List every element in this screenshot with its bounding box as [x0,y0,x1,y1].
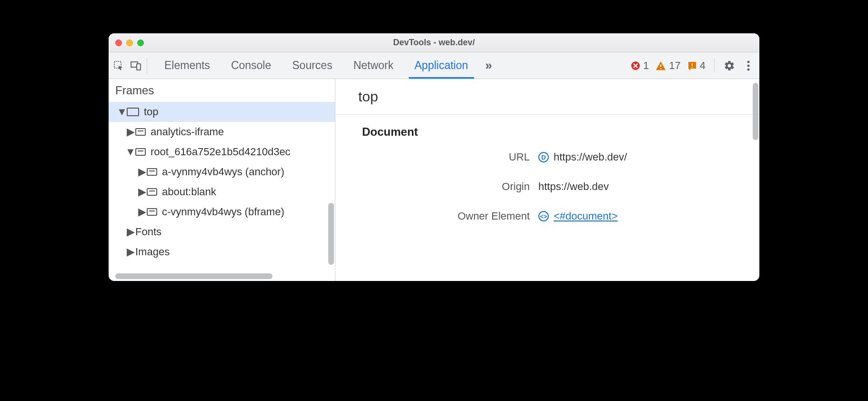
sidebar-vertical-scrollbar[interactable] [328,203,334,265]
iframe-icon [135,148,146,156]
svg-point-9 [747,60,750,63]
devtools-toolbar: Elements Console Sources Network Applica… [109,52,759,79]
more-menu-icon[interactable] [742,60,755,72]
owner-label: Owner Element [362,210,538,222]
content-area: Frames ▼ top ▶ analytics-iframe ▼ root_6… [109,79,759,281]
tree-item-label: Fonts [135,226,161,238]
owner-value-cell: <> <#document> [538,210,618,222]
zoom-window-button[interactable] [137,40,144,46]
svg-rect-5 [660,68,661,69]
tree-item-fonts[interactable]: ▶ Fonts [109,222,335,242]
traffic-lights [115,40,144,46]
inspect-element-icon[interactable] [113,60,124,71]
url-value[interactable]: https://web.dev/ [554,151,627,163]
chevron-right-icon: ▶ [127,246,134,258]
issues-counter[interactable]: 4 [687,60,706,72]
tree-item-top[interactable]: ▼ top [109,102,335,122]
frame-title: top [335,79,759,115]
tab-sources[interactable]: Sources [282,52,343,79]
main-vertical-scrollbar[interactable] [753,83,758,140]
tree-item-bframe[interactable]: ▶ c-vynmy4vb4wys (bframe) [109,202,335,222]
chevron-right-icon: ▶ [138,206,146,218]
tab-elements[interactable]: Elements [154,52,221,79]
tab-console[interactable]: Console [221,52,282,79]
minimize-window-button[interactable] [126,40,133,46]
warnings-count: 17 [669,60,680,72]
sidebar-horizontal-scrollbar[interactable] [115,273,273,279]
iframe-icon [135,128,146,136]
devtools-window: DevTools - web.dev/ Elements Console Sou… [109,33,759,281]
tree-item-label: root_616a752e1b5d4210d3ec [151,146,291,158]
svg-point-11 [747,68,750,70]
tree-item-label: analytics-iframe [151,126,224,138]
tree-item-analytics-iframe[interactable]: ▶ analytics-iframe [109,122,335,142]
origin-value: https://web.dev [538,180,609,193]
warnings-counter[interactable]: 17 [656,60,680,72]
origin-value-cell: https://web.dev [538,180,609,193]
section-document-label: Document [335,115,759,142]
svg-rect-8 [692,67,693,68]
device-toolbar-icon[interactable] [131,60,141,71]
frame-detail-panel: top Document URL D https://web.dev/ Orig… [335,79,759,281]
svg-point-10 [747,64,750,67]
errors-count: 1 [643,60,649,72]
sidebar-title: Frames [109,79,335,102]
chevron-right-icon: ▶ [138,166,146,178]
iframe-icon [147,208,157,216]
svg-rect-2 [137,64,141,70]
reveal-in-elements-icon[interactable]: <> [538,211,549,221]
reveal-icon[interactable]: D [538,152,549,162]
owner-element-link[interactable]: <#document> [554,210,618,222]
settings-icon[interactable] [723,60,736,72]
tabs-overflow-button[interactable]: » [479,58,499,73]
iframe-icon [147,168,157,176]
tree-item-images[interactable]: ▶ Images [109,242,335,262]
tab-network[interactable]: Network [343,52,404,79]
tree-item-root-frame[interactable]: ▼ root_616a752e1b5d4210d3ec [109,142,335,162]
tree-item-about-blank[interactable]: ▶ about:blank [109,182,335,202]
tree-item-label: c-vynmy4vb4wys (bframe) [162,206,284,218]
chevron-down-icon: ▼ [118,106,126,118]
frame-icon [127,108,139,116]
toolbar-divider [714,59,715,73]
tree-item-label: Images [135,246,170,258]
tree-item-anchor-frame[interactable]: ▶ a-vynmy4vb4wys (anchor) [109,162,335,182]
svg-rect-4 [660,64,661,67]
tree-item-label: top [144,106,159,118]
frames-tree: ▼ top ▶ analytics-iframe ▼ root_616a752e… [109,102,335,262]
origin-label: Origin [362,180,538,193]
titlebar: DevTools - web.dev/ [109,33,759,52]
tree-item-label: about:blank [162,186,216,198]
close-window-button[interactable] [115,40,122,46]
url-label: URL [362,151,538,163]
panel-tabs: Elements Console Sources Network Applica… [154,52,499,79]
issues-count: 4 [700,60,706,72]
tab-application[interactable]: Application [404,52,479,79]
svg-rect-7 [692,63,693,66]
chevron-down-icon: ▼ [127,146,134,158]
row-url: URL D https://web.dev/ [335,142,759,172]
errors-counter[interactable]: 1 [631,60,649,72]
iframe-icon [147,188,157,196]
frames-sidebar: Frames ▼ top ▶ analytics-iframe ▼ root_6… [109,79,335,281]
tree-item-label: a-vynmy4vb4wys (anchor) [162,166,284,178]
chevron-right-icon: ▶ [127,126,134,138]
chevron-right-icon: ▶ [127,226,134,238]
row-owner-element: Owner Element <> <#document> [335,201,759,231]
url-value-cell: D https://web.dev/ [538,151,627,163]
row-origin: Origin https://web.dev [335,172,759,201]
chevron-right-icon: ▶ [138,186,146,198]
window-title: DevTools - web.dev/ [109,38,759,48]
